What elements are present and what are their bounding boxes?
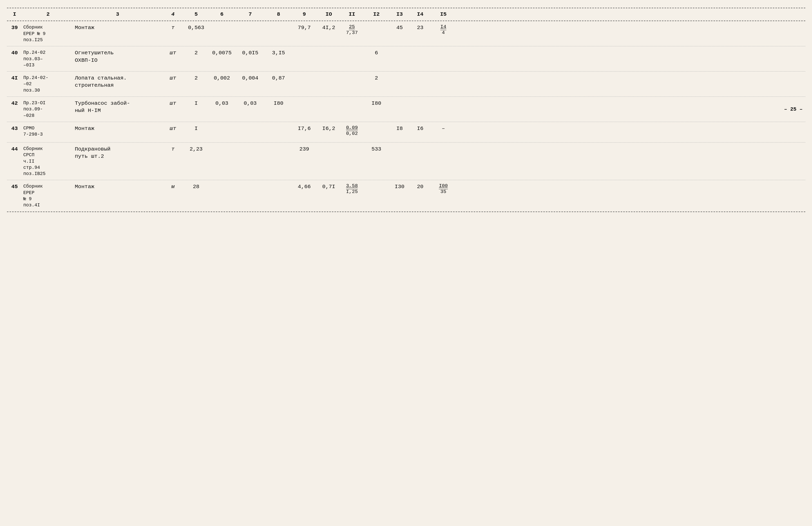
row-unit: шт	[161, 49, 185, 57]
row-num: 39	[7, 24, 23, 32]
row-col5: 0,03	[208, 99, 236, 108]
col-header-4: 4	[161, 10, 185, 18]
row-col14	[432, 74, 455, 75]
row-ref: Пр.24-02- –02 поз.30	[23, 74, 74, 94]
row-col11: I80	[362, 99, 391, 108]
row-col9	[316, 145, 342, 146]
row-col7: 0,87	[264, 74, 293, 82]
row-col5	[208, 124, 236, 125]
row-col6	[236, 183, 264, 184]
row-col5	[208, 145, 236, 146]
row-unit: м	[161, 183, 185, 191]
row-col15	[455, 74, 481, 75]
col-header-2: 2	[23, 10, 74, 18]
row-col13: I6	[409, 124, 432, 133]
data-section: 39 Сборник ЕРЕР № 9 поз.I25 Монтаж т 0,5…	[7, 21, 805, 212]
table-row: 39 Сборник ЕРЕР № 9 поз.I25 Монтаж т 0,5…	[7, 21, 805, 46]
col-header-6: 6	[208, 10, 236, 18]
row-col9	[316, 74, 342, 75]
row-col13	[409, 99, 432, 100]
col-header-3: 3	[74, 10, 161, 18]
row-ref: Сборник ЕРЕР № 9 поз.I25	[23, 24, 74, 44]
table-row: 40 Пр.24-02 поз.03– –0I3 Огнетушитель ОХ…	[7, 46, 805, 72]
row-col13	[409, 145, 432, 146]
row-col7: 3,I5	[264, 49, 293, 57]
row-ref: СРМО 7-298-3	[23, 124, 74, 138]
row-name: Монтаж	[74, 124, 161, 133]
col-header-8: 8	[264, 10, 293, 18]
col-header-1: I	[7, 10, 23, 18]
row-col15	[455, 145, 481, 146]
row-col15	[455, 183, 481, 184]
row-col8: 239	[293, 145, 316, 153]
row-col12: 45	[391, 24, 409, 32]
row-num: 44	[7, 145, 23, 153]
row-col13: 20	[409, 183, 432, 191]
row-col11: 533	[362, 145, 391, 153]
row-col4: 0,563	[185, 24, 208, 32]
col-header-7: 7	[236, 10, 264, 18]
row-col10	[342, 145, 362, 146]
row-col8: I7,6	[293, 124, 316, 133]
row-col5	[208, 183, 236, 184]
row-col10	[342, 99, 362, 100]
row-col11	[362, 124, 391, 125]
row-col8	[293, 49, 316, 50]
row-ref: Сборник СРСП ч.II стр.94 поз.IВ25	[23, 145, 74, 177]
header-row: I 2 3 4 5 6 7 8 9 IO II I2 I3 I4 I5	[7, 8, 805, 21]
row-col9: 0,7I	[316, 183, 342, 191]
row-col14: I00 35	[432, 183, 455, 195]
row-ref: Сборник ЕРЕР № 9 поз.4I	[23, 183, 74, 209]
col-header-12: I2	[362, 10, 391, 18]
row-col15	[455, 99, 481, 100]
col-header-9: 9	[293, 10, 316, 18]
row-name: Турбонасос забой- ный Н-IМ	[74, 99, 161, 115]
col-header-5: 5	[185, 10, 208, 18]
row-col12	[391, 49, 409, 50]
row-unit: шт	[161, 124, 185, 133]
col-header-14: I4	[409, 10, 432, 18]
row-unit: т	[161, 24, 185, 32]
row-col14	[432, 145, 455, 146]
row-col6: 0,0I5	[236, 49, 264, 57]
row-col5: 0,0075	[208, 49, 236, 57]
row-name: Монтаж	[74, 24, 161, 32]
row-col13	[409, 74, 432, 75]
row-col10	[342, 74, 362, 75]
row-num: 45	[7, 183, 23, 191]
row-col12: I8	[391, 124, 409, 133]
row-col9	[316, 49, 342, 50]
row-col6	[236, 145, 264, 146]
row-col4: 2	[185, 49, 208, 57]
row-col13	[409, 49, 432, 50]
row-col11	[362, 183, 391, 184]
row-col14	[432, 99, 455, 100]
row-col12	[391, 145, 409, 146]
row-col4: 2,23	[185, 145, 208, 153]
row-col12	[391, 99, 409, 100]
row-col6	[236, 24, 264, 25]
row-col10: 0,09 0,02	[342, 124, 362, 137]
row-col4: I	[185, 124, 208, 133]
row-col4: 28	[185, 183, 208, 191]
row-col12: I30	[391, 183, 409, 191]
row-col9	[316, 99, 342, 100]
row-col6: 0,004	[236, 74, 264, 82]
row-col6	[236, 124, 264, 125]
row-num: 40	[7, 49, 23, 57]
row-col11: 2	[362, 74, 391, 82]
row-col7	[264, 183, 293, 184]
row-name: Монтаж	[74, 183, 161, 191]
row-col10: 3,58 I,25	[342, 183, 362, 195]
row-col8	[293, 99, 316, 100]
row-col4: 2	[185, 74, 208, 82]
row-unit: шт	[161, 74, 185, 82]
row-name: Лопата стальная. строительная	[74, 74, 161, 90]
row-col8: 79,7	[293, 24, 316, 32]
row-col7	[264, 145, 293, 146]
row-col14: –	[432, 124, 455, 133]
row-col12	[391, 74, 409, 75]
row-col14: I4 4	[432, 24, 455, 36]
row-col5	[208, 24, 236, 25]
row-col10	[342, 49, 362, 50]
